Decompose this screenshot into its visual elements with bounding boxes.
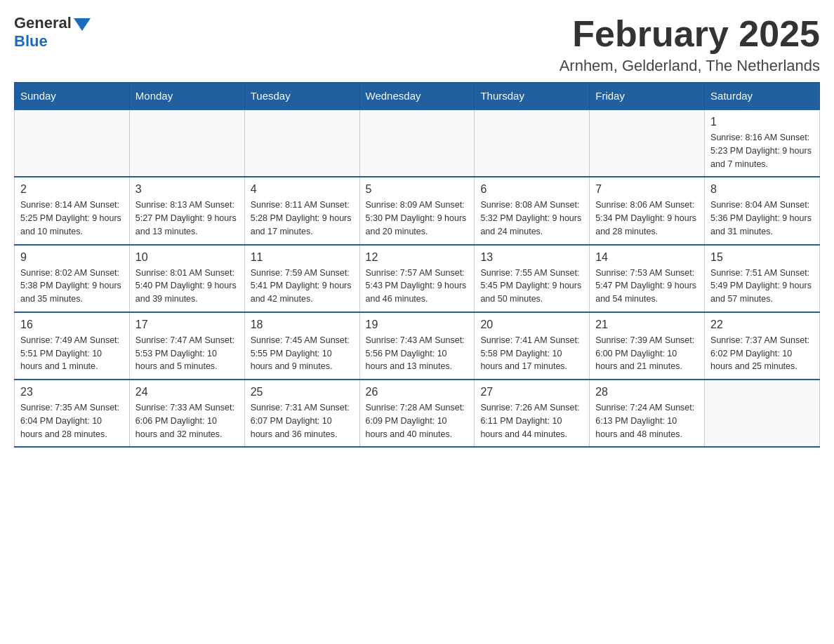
calendar-day-cell: 3Sunrise: 8:13 AM Sunset: 5:27 PM Daylig… [129,177,244,244]
calendar-week-row: 23Sunrise: 7:35 AM Sunset: 6:04 PM Dayli… [15,380,820,447]
day-number: 3 [135,183,239,196]
day-info: Sunrise: 8:06 AM Sunset: 5:34 PM Dayligh… [595,199,699,238]
day-info: Sunrise: 8:11 AM Sunset: 5:28 PM Dayligh… [251,199,354,238]
day-number: 23 [20,386,124,398]
calendar-week-row: 16Sunrise: 7:49 AM Sunset: 5:51 PM Dayli… [15,312,820,380]
calendar-day-cell: 6Sunrise: 8:08 AM Sunset: 5:32 PM Daylig… [475,177,590,244]
day-info: Sunrise: 8:04 AM Sunset: 5:36 PM Dayligh… [710,199,814,238]
day-info: Sunrise: 7:39 AM Sunset: 6:00 PM Dayligh… [595,334,699,373]
day-number: 2 [20,183,124,196]
day-number: 15 [710,251,814,264]
calendar-day-cell [244,109,359,177]
day-number: 8 [710,183,814,196]
day-info: Sunrise: 7:53 AM Sunset: 5:47 PM Dayligh… [595,267,699,306]
day-info: Sunrise: 8:14 AM Sunset: 5:25 PM Dayligh… [20,199,124,238]
calendar-day-cell [15,109,130,177]
calendar-week-row: 9Sunrise: 8:02 AM Sunset: 5:38 PM Daylig… [15,245,820,312]
day-number: 5 [366,183,469,196]
day-number: 21 [595,318,699,331]
calendar-table: SundayMondayTuesdayWednesdayThursdayFrid… [14,82,820,448]
calendar-header-row: SundayMondayTuesdayWednesdayThursdayFrid… [15,83,820,110]
calendar-header-cell: Tuesday [244,83,359,110]
calendar-header-cell: Thursday [475,83,590,110]
day-info: Sunrise: 7:55 AM Sunset: 5:45 PM Dayligh… [480,267,583,306]
day-number: 19 [366,318,469,331]
day-number: 1 [710,116,814,128]
day-info: Sunrise: 7:24 AM Sunset: 6:13 PM Dayligh… [595,401,699,441]
month-title: February 2025 [560,14,820,54]
calendar-day-cell [705,380,820,447]
calendar-day-cell: 22Sunrise: 7:37 AM Sunset: 6:02 PM Dayli… [705,312,820,380]
calendar-day-cell: 2Sunrise: 8:14 AM Sunset: 5:25 PM Daylig… [15,177,130,244]
calendar-day-cell: 5Sunrise: 8:09 AM Sunset: 5:30 PM Daylig… [359,177,475,244]
calendar-body: 1Sunrise: 8:16 AM Sunset: 5:23 PM Daylig… [15,109,820,447]
day-info: Sunrise: 7:35 AM Sunset: 6:04 PM Dayligh… [20,401,124,441]
day-number: 28 [595,386,699,398]
day-info: Sunrise: 7:28 AM Sunset: 6:09 PM Dayligh… [366,401,469,441]
calendar-day-cell: 8Sunrise: 8:04 AM Sunset: 5:36 PM Daylig… [705,177,820,244]
day-info: Sunrise: 8:09 AM Sunset: 5:30 PM Dayligh… [366,199,469,238]
day-info: Sunrise: 8:16 AM Sunset: 5:23 PM Dayligh… [710,131,814,170]
title-area: February 2025 Arnhem, Gelderland, The Ne… [560,14,820,75]
calendar-header-cell: Friday [590,83,705,110]
day-info: Sunrise: 7:43 AM Sunset: 5:56 PM Dayligh… [366,334,469,373]
calendar-day-cell: 14Sunrise: 7:53 AM Sunset: 5:47 PM Dayli… [590,245,705,312]
day-info: Sunrise: 7:51 AM Sunset: 5:49 PM Dayligh… [710,267,814,306]
day-info: Sunrise: 7:41 AM Sunset: 5:58 PM Dayligh… [480,334,583,373]
calendar-day-cell: 18Sunrise: 7:45 AM Sunset: 5:55 PM Dayli… [244,312,359,380]
calendar-day-cell: 20Sunrise: 7:41 AM Sunset: 5:58 PM Dayli… [475,312,590,380]
logo-general-text: General [14,14,72,32]
calendar-day-cell: 28Sunrise: 7:24 AM Sunset: 6:13 PM Dayli… [590,380,705,447]
day-info: Sunrise: 7:49 AM Sunset: 5:51 PM Dayligh… [20,334,124,373]
calendar-day-cell: 12Sunrise: 7:57 AM Sunset: 5:43 PM Dayli… [359,245,475,312]
day-number: 7 [595,183,699,196]
day-info: Sunrise: 7:59 AM Sunset: 5:41 PM Dayligh… [251,267,354,306]
day-number: 20 [480,318,583,331]
logo-triangle-icon [74,18,91,31]
calendar-header-cell: Wednesday [359,83,475,110]
calendar-day-cell: 13Sunrise: 7:55 AM Sunset: 5:45 PM Dayli… [475,245,590,312]
day-number: 14 [595,251,699,264]
calendar-day-cell: 10Sunrise: 8:01 AM Sunset: 5:40 PM Dayli… [129,245,244,312]
day-number: 25 [251,386,354,398]
calendar-header-cell: Saturday [705,83,820,110]
day-number: 9 [20,251,124,264]
calendar-day-cell [475,109,590,177]
day-info: Sunrise: 7:33 AM Sunset: 6:06 PM Dayligh… [135,401,239,441]
calendar-day-cell: 19Sunrise: 7:43 AM Sunset: 5:56 PM Dayli… [359,312,475,380]
day-number: 24 [135,386,239,398]
day-number: 27 [480,386,583,398]
day-number: 13 [480,251,583,264]
day-number: 6 [480,183,583,196]
calendar-day-cell: 17Sunrise: 7:47 AM Sunset: 5:53 PM Dayli… [129,312,244,380]
day-info: Sunrise: 7:37 AM Sunset: 6:02 PM Dayligh… [710,334,814,373]
calendar-day-cell: 7Sunrise: 8:06 AM Sunset: 5:34 PM Daylig… [590,177,705,244]
day-info: Sunrise: 7:57 AM Sunset: 5:43 PM Dayligh… [366,267,469,306]
day-number: 16 [20,318,124,331]
logo-blue-text: Blue [14,32,48,50]
calendar-day-cell: 23Sunrise: 7:35 AM Sunset: 6:04 PM Dayli… [15,380,130,447]
calendar-header-cell: Monday [129,83,244,110]
calendar-day-cell [129,109,244,177]
day-number: 10 [135,251,239,264]
calendar-day-cell: 27Sunrise: 7:26 AM Sunset: 6:11 PM Dayli… [475,380,590,447]
calendar-day-cell: 4Sunrise: 8:11 AM Sunset: 5:28 PM Daylig… [244,177,359,244]
day-info: Sunrise: 8:08 AM Sunset: 5:32 PM Dayligh… [480,199,583,238]
day-number: 4 [251,183,354,196]
day-number: 12 [366,251,469,264]
day-info: Sunrise: 8:13 AM Sunset: 5:27 PM Dayligh… [135,199,239,238]
calendar-week-row: 2Sunrise: 8:14 AM Sunset: 5:25 PM Daylig… [15,177,820,244]
calendar-day-cell: 1Sunrise: 8:16 AM Sunset: 5:23 PM Daylig… [705,109,820,177]
day-number: 17 [135,318,239,331]
day-number: 22 [710,318,814,331]
day-info: Sunrise: 8:01 AM Sunset: 5:40 PM Dayligh… [135,267,239,306]
logo: General Blue [14,14,91,51]
calendar-day-cell: 9Sunrise: 8:02 AM Sunset: 5:38 PM Daylig… [15,245,130,312]
calendar-day-cell: 15Sunrise: 7:51 AM Sunset: 5:49 PM Dayli… [705,245,820,312]
day-info: Sunrise: 7:31 AM Sunset: 6:07 PM Dayligh… [251,401,354,441]
day-number: 18 [251,318,354,331]
day-number: 11 [251,251,354,264]
calendar-day-cell [359,109,475,177]
calendar-day-cell: 25Sunrise: 7:31 AM Sunset: 6:07 PM Dayli… [244,380,359,447]
location-title: Arnhem, Gelderland, The Netherlands [560,57,820,75]
